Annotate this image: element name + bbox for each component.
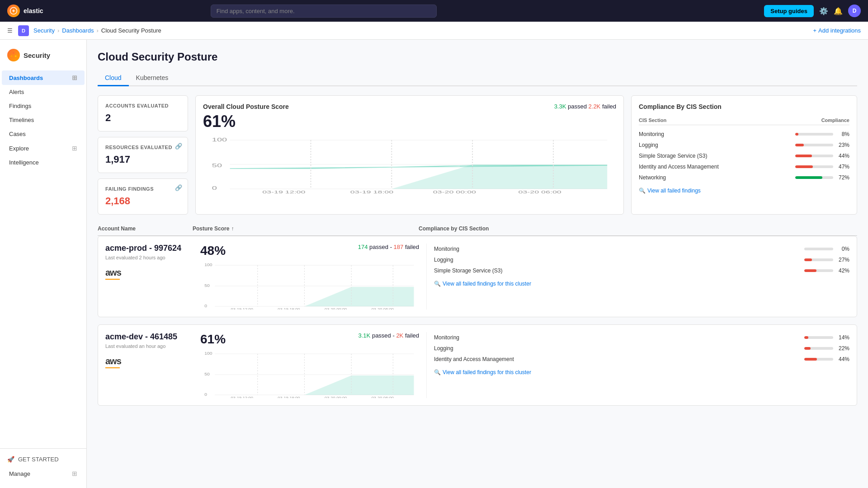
svg-text:03-19 12:00: 03-19 12:00	[231, 396, 253, 398]
settings-icon[interactable]: ⚙️	[819, 7, 828, 15]
account-cis-bar-bg	[804, 358, 833, 361]
sidebar-item-dashboards[interactable]: Dashboards ⊞	[2, 70, 85, 85]
top-stats-row: ACCOUNTS EVALUATED 2 RESOURCES EVALUATED…	[98, 95, 857, 215]
grid-icon-explore: ⊞	[72, 145, 77, 152]
failing-findings-value: 2,168	[105, 195, 180, 207]
score-value: 61%	[203, 112, 289, 131]
account-passed-label: passed -	[372, 332, 396, 339]
resources-evaluated-card: RESOURCES EVALUATED 1,917 🔗	[98, 137, 188, 173]
add-integrations-icon: +	[813, 27, 816, 34]
account-cis-name: Simple Storage Service (S3)	[434, 267, 804, 274]
cis-percent: 72%	[836, 174, 849, 181]
passed-count: 3.3K	[554, 103, 566, 110]
svg-text:100: 100	[204, 351, 212, 356]
view-all-failed-link[interactable]: 🔍 View all failed findings	[639, 188, 849, 194]
svg-text:03-19 12:00: 03-19 12:00	[231, 307, 253, 310]
sidebar-item-findings[interactable]: Findings	[2, 99, 85, 113]
score-passed-failed: 3.3K passed 2.2K failed	[554, 103, 616, 110]
accounts-evaluated-label: ACCOUNTS EVALUATED	[105, 103, 180, 108]
page-title: Cloud Security Posture	[98, 51, 857, 63]
account-passed: 3.1K	[359, 332, 371, 339]
sidebar-item-intelligence[interactable]: Intelligence	[2, 155, 85, 169]
svg-text:50: 50	[204, 283, 210, 288]
add-integrations-link[interactable]: + Add integrations	[813, 27, 861, 34]
cis-row: Simple Storage Service (S3) 44%	[639, 150, 849, 161]
avatar[interactable]: D	[848, 5, 861, 17]
cis-section-name: Networking	[639, 174, 795, 181]
setup-guides-button[interactable]: Setup guides	[764, 5, 814, 17]
svg-marker-41	[215, 375, 414, 395]
account-cis-percent: 44%	[836, 356, 849, 362]
failing-findings-card: FAILING FINDINGS 2,168 🔗	[98, 178, 188, 215]
breadcrumb-dashboards[interactable]: Dashboards	[62, 27, 94, 34]
sidebar-get-started[interactable]: 🚀 GET STARTED	[0, 452, 86, 466]
posture-score-label: Posture Score	[193, 225, 229, 232]
svg-text:100: 100	[212, 137, 227, 142]
failing-findings-label: FAILING FINDINGS	[105, 186, 180, 192]
cis-section-name: Simple Storage Service (S3)	[639, 153, 795, 159]
top-nav: elastic Setup guides ⚙️ 🔔 D	[0, 0, 868, 22]
svg-point-2	[11, 56, 13, 57]
svg-text:03-19 18:00: 03-19 18:00	[350, 190, 394, 193]
cis-bar-bg	[795, 176, 833, 179]
cis-bar-container: 23%	[795, 142, 849, 148]
account-cis-bar-bg	[804, 258, 833, 261]
failing-link-icon[interactable]: 🔗	[175, 184, 182, 191]
view-all-cluster-link[interactable]: 🔍 View all failed findings for this clus…	[434, 369, 849, 375]
account-cis-percent: 14%	[836, 334, 849, 341]
view-cluster-icon: 🔍	[434, 281, 441, 287]
elastic-logo-icon	[7, 5, 20, 17]
account-failed: 187	[394, 244, 404, 250]
sidebar-item-intelligence-label: Intelligence	[9, 159, 77, 166]
cis-row: Logging 23%	[639, 140, 849, 150]
account-cis-bar-bg	[804, 248, 833, 250]
svg-text:03-19 18:00: 03-19 18:00	[278, 307, 300, 310]
sidebar-item-timelines[interactable]: Timelines	[2, 113, 85, 127]
tab-cloud[interactable]: Cloud	[98, 70, 129, 86]
accounts-table-header: Account Name Posture Score ↑ Compliance …	[98, 222, 857, 236]
view-all-cluster-link[interactable]: 🔍 View all failed findings for this clus…	[434, 281, 849, 287]
svg-text:0: 0	[204, 304, 207, 308]
account-cis-percent: 22%	[836, 345, 849, 352]
aws-logo: aws	[105, 356, 200, 368]
account-name: acme-dev - 461485	[105, 332, 200, 342]
svg-text:03-20 00:00: 03-20 00:00	[325, 307, 347, 310]
cis-bar-fill	[795, 144, 804, 146]
sidebar-manage[interactable]: Manage ⊞	[2, 466, 85, 481]
resources-link-icon[interactable]: 🔗	[175, 143, 182, 150]
view-all-label: View all failed findings	[647, 188, 701, 194]
search-bar[interactable]	[211, 5, 437, 18]
menu-icon[interactable]: ☰	[7, 27, 13, 34]
elastic-wordmark: elastic	[24, 7, 43, 14]
failed-count: 2.2K	[589, 103, 601, 110]
account-cis-bar-container: 27%	[804, 257, 849, 263]
account-cis-bar-bg	[804, 269, 833, 272]
breadcrumb-security[interactable]: Security	[33, 27, 55, 34]
sidebar-item-alerts[interactable]: Alerts	[2, 85, 85, 99]
breadcrumb-sep-2: ›	[96, 27, 98, 34]
bell-icon[interactable]: 🔔	[834, 7, 843, 15]
svg-text:03-20 06:00: 03-20 06:00	[518, 190, 561, 193]
account-passed-label: passed -	[369, 244, 393, 250]
resources-evaluated-value: 1,917	[105, 154, 180, 165]
sidebar-item-cases[interactable]: Cases	[2, 127, 85, 141]
account-cis-name: Logging	[434, 345, 804, 352]
sort-asc-icon[interactable]: ↑	[231, 225, 234, 232]
cis-percent: 44%	[836, 153, 849, 159]
account-cis-percent: 0%	[836, 246, 849, 252]
aws-text: aws	[105, 267, 200, 278]
account-cis-bar-bg	[804, 347, 833, 350]
sidebar-item-explore[interactable]: Explore ⊞	[2, 141, 85, 155]
overall-score-chart: 100 50 0	[203, 135, 616, 193]
account-passed-failed: 3.1K passed - 2K failed	[359, 332, 419, 339]
accounts-evaluated-card: ACCOUNTS EVALUATED 2	[98, 95, 188, 131]
tab-kubernetes[interactable]: Kubernetes	[129, 70, 176, 86]
view-cluster-label: View all failed findings for this cluste…	[443, 281, 531, 287]
elastic-logo[interactable]: elastic	[7, 5, 43, 17]
score-card-title: Overall Cloud Posture Score	[203, 103, 289, 110]
tabs: Cloud Kubernetes	[98, 70, 857, 86]
account-score-header: 48% 174 passed - 187 failed	[200, 244, 419, 258]
account-subtitle: Last evaluated 2 hours ago	[105, 255, 200, 260]
cis-bar-bg	[795, 133, 833, 136]
search-input[interactable]	[211, 5, 437, 18]
